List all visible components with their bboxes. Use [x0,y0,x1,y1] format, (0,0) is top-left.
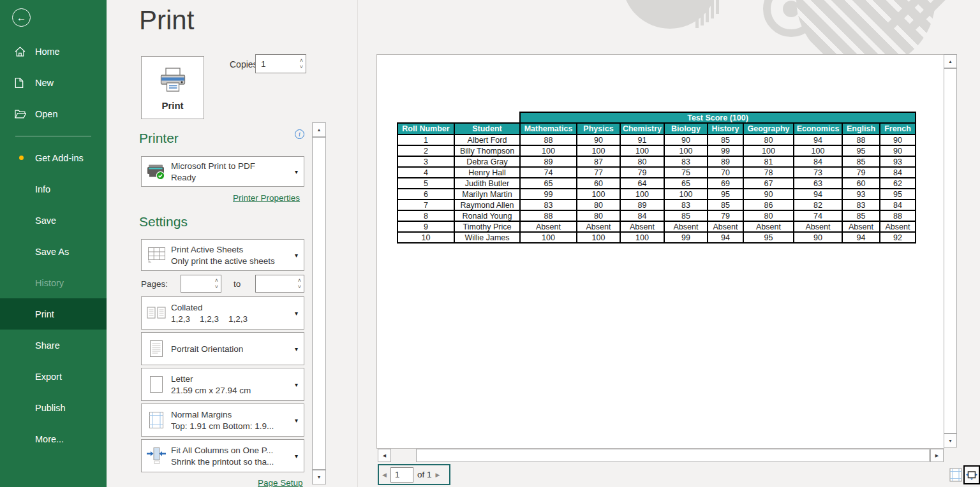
pages-from-stepper[interactable]: ˄˅ [181,275,221,293]
scroll-right-icon[interactable]: ▶ [930,449,944,462]
scroll-left-icon[interactable]: ◀ [378,449,391,462]
table-cell: 84 [880,167,916,178]
collation-select[interactable]: Collated1,2,3 1,2,3 1,2,3▾ [141,296,304,330]
table-cell: 74 [794,210,842,221]
printer-select[interactable]: Microsoft Print to PDF Ready ▾ [141,156,304,187]
scrollbar-thumb[interactable] [312,137,326,470]
table-cell: 89 [520,156,577,167]
table-cell: 83 [842,200,880,210]
sidebar-item-info[interactable]: Info [0,173,107,205]
table-header-cell: English [842,123,880,134]
scroll-up-icon[interactable]: ▲ [312,122,326,137]
table-cell: 84 [794,156,842,167]
copies-stepper[interactable]: ˄˅ [255,54,306,73]
printer-device-icon [142,163,171,180]
pages-to-input[interactable] [256,275,293,292]
table-cell: 94 [794,189,842,200]
page-navigator: ◀ of 1 ▶ [378,464,450,485]
stepper-arrows-icon[interactable]: ˄˅ [215,276,218,291]
table-cell: 70 [708,167,743,178]
page-setup-link[interactable]: Page Setup [258,478,303,487]
sidebar-item-label: History [35,278,64,288]
decor-chevron-icon [882,0,928,34]
scroll-down-icon[interactable]: ▼ [944,433,957,447]
print-what-select[interactable]: Print Active SheetsOnly print the active… [141,239,304,271]
stepper-arrows-icon[interactable]: ˄˅ [298,276,301,291]
backstage-sidebar: ← HomeNewOpenGet Add-insInfoSaveSave AsH… [0,0,107,487]
sidebar-item-label: Save [35,215,56,226]
info-icon[interactable]: i [295,129,304,139]
sidebar-item-save[interactable]: Save [0,205,107,236]
next-page-button[interactable]: ▶ [435,472,440,478]
dropdown-primary-label: Print Active Sheets [171,245,275,254]
pages-label: Pages: [141,279,168,289]
preview-horizontal-scrollbar[interactable]: ◀ ▶ [378,449,944,462]
show-margins-button[interactable] [948,467,963,483]
chevron-down-icon: ▾ [295,381,298,388]
dropdown-secondary-label: 21.59 cm x 27.94 cm [171,386,251,395]
sidebar-item-get-add-ins[interactable]: Get Add-ins [0,142,107,173]
sidebar-item-new[interactable]: New [0,67,107,98]
print-button[interactable]: Print [141,56,204,119]
table-row: 5Judith Butler656064656967636062 [397,178,916,189]
table-cell: 99 [708,145,743,156]
margins-select[interactable]: Normal MarginsTop: 1.91 cm Bottom: 1.9..… [141,403,304,437]
paper-size-select[interactable]: Letter21.59 cm x 27.94 cm▾ [141,368,304,401]
fit-columns-icon [142,447,171,465]
table-cell: 5 [397,178,454,189]
sidebar-item-more[interactable]: More... [0,423,107,454]
sidebar-item-label: Print [35,309,54,319]
settings-scrollbar[interactable]: ▲ ▼ [312,122,326,484]
sidebar-item-save-as[interactable]: Save As [0,236,107,267]
table-cell: 77 [577,167,620,178]
table-cell: 92 [880,232,916,243]
table-cell: 100 [620,145,664,156]
pages-from-input[interactable] [181,275,211,292]
print-preview-page: Test Score (100)Roll NumberStudentMathem… [376,54,944,449]
pages-to-stepper[interactable]: ˄˅ [255,275,304,293]
table-cell: 99 [664,232,708,243]
zoom-to-page-button[interactable] [963,465,980,484]
table-cell: Absent [620,221,664,232]
portrait-icon [142,340,171,358]
sidebar-item-publish[interactable]: Publish [0,392,107,423]
scaling-select[interactable]: Fit All Columns on One P...Shrink the pr… [141,439,304,472]
previous-page-button[interactable]: ◀ [382,472,387,478]
decor-bar-icon [706,0,709,22]
table-cell: 63 [794,178,842,189]
sidebar-item-open[interactable]: Open [0,98,107,129]
table-cell: 88 [842,134,880,145]
scroll-up-icon[interactable]: ▲ [944,54,957,68]
table-cell: 100 [520,145,577,156]
table-cell: 100 [743,145,794,156]
table-cell: 62 [880,178,916,189]
sidebar-item-print[interactable]: Print [0,298,107,330]
scrollbar-thumb[interactable] [944,68,957,433]
chevron-down-icon: ▾ [295,252,298,259]
printer-properties-link[interactable]: Printer Properties [233,193,300,203]
back-button[interactable]: ← [12,8,31,27]
dropdown-primary-label: Portrait Orientation [171,344,243,354]
stepper-arrows-icon[interactable]: ˄˅ [300,55,303,72]
table-cell: 86 [743,200,794,210]
table-cell: 80 [743,134,794,145]
table-row: 8Ronald Young888084857980748588 [397,210,916,221]
sidebar-item-export[interactable]: Export [0,361,107,392]
table-row: 7Raymond Allen838089838586828384 [397,200,916,210]
table-cell: 85 [664,210,708,221]
print-what-slot: Print Active SheetsOnly print the active… [141,239,304,271]
table-cell: 8 [397,210,454,221]
table-cell: 84 [880,200,916,210]
scrollbar-thumb[interactable] [416,449,930,462]
copies-input[interactable] [256,55,295,73]
preview-vertical-scrollbar[interactable]: ▲ ▼ [944,54,957,447]
table-cell: Absent [520,221,577,232]
current-page-input[interactable] [390,467,413,483]
sidebar-item-share[interactable]: Share [0,330,107,361]
table-cell: 60 [577,178,620,189]
table-cell: 100 [577,189,620,200]
decor-bar-icon [701,0,704,25]
orientation-select[interactable]: Portrait Orientation▾ [141,332,304,365]
sidebar-item-home[interactable]: Home [0,36,107,67]
scroll-down-icon[interactable]: ▼ [312,470,326,484]
